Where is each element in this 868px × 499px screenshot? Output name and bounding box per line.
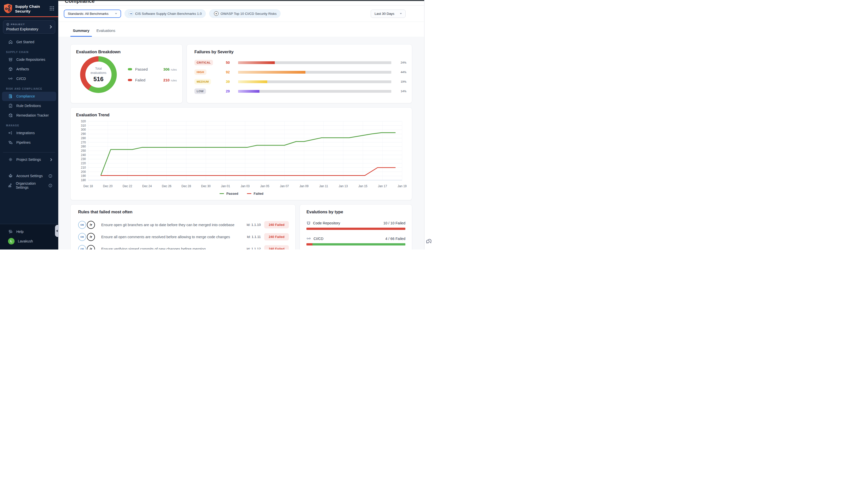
svg-text:220: 220 — [81, 161, 86, 165]
sidebar-item-label: Remediation Tracker — [16, 113, 49, 117]
sidebar-item-label: Compliance — [16, 94, 35, 98]
legend-item-failed: Failed 210rules — [128, 78, 177, 82]
evaluations-by-type-card: Evalutions by type Code Repository 10 / … — [300, 204, 412, 250]
rule-id: Id: 1.1.12 — [239, 247, 261, 250]
svg-text:Dec 30: Dec 30 — [201, 184, 211, 188]
type-label: CI/CD — [313, 237, 323, 241]
compliance-doc-icon — [8, 94, 13, 98]
benchmark-chip-cis[interactable]: CIS CIS Software Supply Chain Benchmarks… — [125, 9, 206, 18]
standards-filter-value: Standards: All Benchmarks — [68, 12, 109, 15]
owasp-logo-icon: ✈ — [214, 11, 219, 16]
cube-icon — [6, 23, 9, 26]
rule-text: Ensure verifying signed commits of new c… — [101, 247, 236, 250]
benchmark-chip-owasp[interactable]: ✈ OWASP Top 10 CI/CD Security Risks — [209, 9, 281, 18]
chat-support-icon[interactable] — [425, 238, 432, 245]
severity-percent: 19% — [394, 80, 406, 83]
severity-badge: LOW — [195, 88, 206, 94]
owasp-logo-icon: ✈ — [87, 221, 95, 229]
rule-row[interactable]: CIS ✈ Ensure open git branches are up to… — [78, 220, 289, 230]
donut-total-value: 516 — [94, 76, 103, 83]
owasp-logo-icon: ✈ — [87, 233, 95, 241]
info-icon[interactable] — [49, 174, 52, 178]
project-selector[interactable]: PROJECT Product Exploratory — [3, 20, 55, 34]
org-chart-gear-icon — [8, 183, 13, 188]
svg-text:Jan 07: Jan 07 — [280, 184, 289, 188]
svg-text:280: 280 — [81, 136, 86, 140]
donut-center-label: Total evaluations — [87, 66, 110, 75]
summary-content: Evaluation Breakdown Total evaluations 5… — [58, 37, 424, 250]
severity-row-high: HIGH 92 44% — [195, 67, 406, 77]
brand-accent-rule — [0, 16, 58, 17]
brand: Supply Chain Security — [0, 0, 58, 16]
user-name: Lavakush — [18, 239, 33, 243]
info-icon[interactable] — [49, 184, 52, 187]
severity-badge: CRITICAL — [195, 60, 213, 65]
svg-text:Dec 28: Dec 28 — [182, 184, 191, 188]
trend-legend: Passed Failed — [76, 192, 407, 195]
sidebar-item-help[interactable]: Help — [2, 227, 56, 236]
shield-logo-icon — [3, 3, 13, 14]
tab-evaluations[interactable]: Evaluations — [94, 29, 118, 37]
failed-count-badge: 240 Failed — [264, 245, 289, 250]
legend-label: Passed — [135, 67, 148, 71]
sidebar-item-label: Rule Definitions — [16, 104, 41, 108]
failed-line-swatch — [247, 193, 251, 194]
legend-label: Passed — [226, 192, 238, 195]
svg-text:Jan 01: Jan 01 — [221, 184, 230, 188]
passed-segment — [312, 243, 405, 245]
evaluation-breakdown-card: Evaluation Breakdown Total evaluations 5… — [70, 44, 183, 103]
sidebar-item-label: Integrations — [16, 131, 35, 135]
type-row-cicd: CI/CD 4 / 66 Failed — [307, 236, 405, 245]
sidebar-item-artifacts[interactable]: Artifacts — [2, 64, 56, 74]
svg-text:Dec 18: Dec 18 — [83, 184, 93, 188]
sidebar-item-project-settings[interactable]: Project Settings — [2, 155, 56, 164]
user-menu[interactable]: L Lavakush — [2, 236, 56, 246]
owasp-logo-icon: ✈ — [87, 245, 95, 250]
sidebar-item-get-started[interactable]: Get Started — [2, 37, 56, 47]
sidebar-collapse-handle[interactable] — [55, 225, 59, 237]
page-title-band: Compliance — [58, 1, 424, 5]
type-label: Code Repository — [313, 221, 340, 225]
pipelines-icon — [8, 140, 13, 145]
integrations-icon — [8, 131, 13, 135]
type-row-code-repository: Code Repository 10 / 10 Failed — [307, 221, 405, 230]
rule-standard-icons: CIS ✈ — [78, 233, 98, 241]
type-result-bar — [307, 243, 405, 245]
severity-count: 39 — [220, 80, 236, 84]
sidebar-item-integrations[interactable]: Integrations — [2, 129, 56, 138]
sidebar-item-organization-settings[interactable]: Organization Settings — [2, 181, 56, 190]
svg-text:250: 250 — [81, 149, 86, 153]
sidebar-item-label: Get Started — [16, 40, 34, 44]
svg-text:Jan 11: Jan 11 — [319, 184, 328, 188]
avatar: L — [8, 238, 15, 244]
sidebar-item-account-settings[interactable]: Account Settings — [2, 171, 56, 181]
sidebar-item-rule-definitions[interactable]: Rule Definitions — [2, 101, 56, 111]
sidebar-item-code-repositories[interactable]: Code Repositories — [2, 55, 56, 64]
severity-percent: 14% — [394, 90, 406, 93]
tab-summary[interactable]: Summary — [70, 29, 92, 37]
app-switcher-grid-icon[interactable] — [49, 6, 54, 11]
severity-bar-fill — [238, 71, 306, 74]
svg-text:310: 310 — [81, 124, 86, 127]
sidebar-item-remediation-tracker[interactable]: Remediation Tracker — [2, 111, 56, 120]
sidebar-item-pipelines[interactable]: Pipelines — [2, 138, 56, 147]
rule-row[interactable]: CIS ✈ Ensure verifying signed commits of… — [78, 244, 289, 250]
standards-filter-select[interactable]: Standards: All Benchmarks — [64, 10, 121, 18]
severity-bar-track — [238, 71, 391, 74]
svg-text:260: 260 — [81, 145, 86, 148]
evaluation-donut-chart: Total evaluations 516 — [80, 56, 117, 93]
sidebar: Supply Chain Security PROJECT Prod — [0, 0, 58, 250]
passed-line-swatch — [220, 193, 224, 194]
severity-row-critical: CRITICAL 50 24% — [195, 58, 406, 67]
sidebar-item-compliance[interactable]: Compliance — [2, 92, 56, 101]
date-range-select[interactable]: Last 30 Days — [371, 10, 406, 18]
severity-badge: HIGH — [195, 69, 207, 75]
rule-standard-icons: CIS ✈ — [78, 245, 98, 250]
svg-text:Dec 20: Dec 20 — [103, 184, 112, 188]
legend-label: Failed — [254, 192, 263, 195]
severity-bar-chart: CRITICAL 50 24% HIGH 92 44% MEDIUM — [195, 58, 406, 96]
severity-bar-track — [238, 81, 391, 83]
sidebar-item-cicd[interactable]: CI/CD — [2, 74, 56, 83]
rule-row[interactable]: CIS ✈ Ensure all open comments are resol… — [78, 232, 289, 242]
unit-label: rules — [171, 79, 177, 82]
